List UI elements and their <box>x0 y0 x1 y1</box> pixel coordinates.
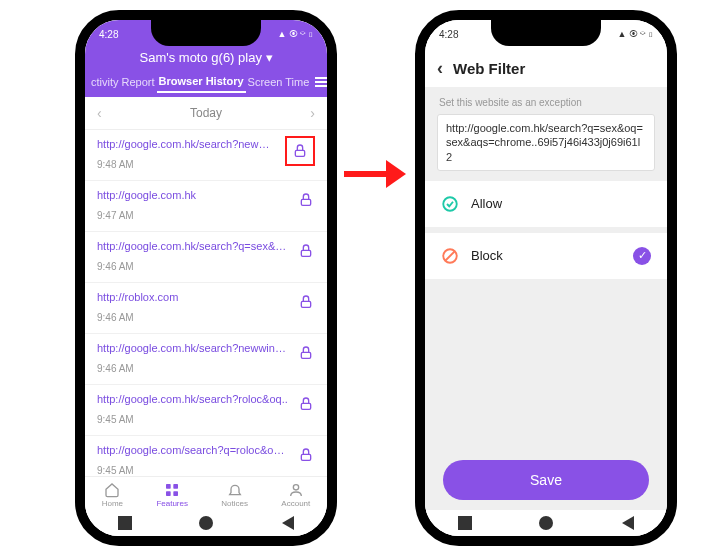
svg-rect-1 <box>301 199 310 205</box>
svg-line-14 <box>446 251 455 260</box>
notch <box>151 18 261 46</box>
nav-features[interactable]: Features <box>156 483 188 508</box>
option-label: Block <box>471 248 503 263</box>
android-nav <box>425 510 667 536</box>
device-selector[interactable]: Sam's moto g(6) play ▾ <box>85 48 327 71</box>
svg-rect-7 <box>166 484 171 489</box>
svg-rect-10 <box>173 491 178 496</box>
arrow-icon <box>344 160 406 188</box>
svg-rect-4 <box>301 352 310 358</box>
day-label: Today <box>190 106 222 120</box>
notch <box>491 18 601 46</box>
web-filter-header: ‹ Web Filter <box>425 48 667 87</box>
android-back-icon[interactable] <box>280 516 294 530</box>
svg-rect-9 <box>166 491 171 496</box>
bottom-nav: Home Features Notices Account <box>85 476 327 510</box>
svg-rect-8 <box>173 484 178 489</box>
svg-rect-3 <box>301 301 310 307</box>
history-url: http://google.com.hk <box>97 189 289 201</box>
svg-rect-6 <box>301 454 310 460</box>
features-icon <box>163 483 181 497</box>
account-icon <box>287 483 305 497</box>
status-icons: ▲ ⦿ ⌔ ▯ <box>618 29 653 39</box>
tab-activity-report[interactable]: ctivity Report <box>89 72 157 92</box>
chevron-left-icon[interactable]: ‹ <box>97 105 102 121</box>
subtitle: Set this website as an exception <box>425 87 667 114</box>
lock-icon[interactable] <box>297 242 315 260</box>
history-time: 9:45 AM <box>97 465 134 476</box>
history-row[interactable]: http://google.com.hk/search?newwindow.. … <box>85 130 327 181</box>
lock-icon[interactable] <box>297 446 315 464</box>
option-label: Allow <box>471 196 502 211</box>
chevron-right-icon[interactable]: › <box>310 105 315 121</box>
history-row[interactable]: http://google.com/search?q=roloc&oq=rol.… <box>85 436 327 476</box>
android-back-icon[interactable] <box>620 516 634 530</box>
lock-icon[interactable] <box>285 136 315 166</box>
history-time: 9:47 AM <box>97 210 134 221</box>
history-list: http://google.com.hk/search?newwindow.. … <box>85 130 327 476</box>
android-home-icon[interactable] <box>199 516 213 530</box>
app-header: Sam's moto g(6) play ▾ ctivity Report Br… <box>85 48 327 97</box>
status-time: 4:28 <box>99 29 118 40</box>
tab-browser-history[interactable]: Browser History <box>157 71 246 93</box>
history-url: http://google.com.hk/search?newwindow.. <box>97 342 289 354</box>
hamburger-icon[interactable] <box>311 73 331 91</box>
option-block[interactable]: Block ✓ <box>425 233 667 279</box>
status-time: 4:28 <box>439 29 458 40</box>
phone-right: 4:28 ▲ ⦿ ⌔ ▯ ‹ Web Filter Set this websi… <box>415 10 677 546</box>
history-url: http://google.com.hk/search?q=sex&oq=s.. <box>97 240 289 252</box>
page-title: Web Filter <box>453 60 525 77</box>
option-allow[interactable]: Allow <box>425 181 667 227</box>
lock-icon[interactable] <box>297 344 315 362</box>
history-url: http://google.com.hk/search?newwindow.. <box>97 138 277 150</box>
history-url: http://google.com/search?q=roloc&oq=rol.… <box>97 444 289 456</box>
android-recent-icon[interactable] <box>458 516 472 530</box>
web-filter-body: Set this website as an exception http://… <box>425 87 667 510</box>
lock-icon[interactable] <box>297 191 315 209</box>
svg-rect-5 <box>301 403 310 409</box>
back-icon[interactable]: ‹ <box>437 58 443 79</box>
history-time: 9:46 AM <box>97 261 134 272</box>
lock-icon[interactable] <box>297 293 315 311</box>
history-url: http://roblox.com <box>97 291 289 303</box>
history-row[interactable]: http://roblox.com 9:46 AM <box>85 283 327 334</box>
block-icon <box>441 247 459 265</box>
svg-point-11 <box>293 485 298 490</box>
check-circle-icon <box>441 195 459 213</box>
selected-badge-icon: ✓ <box>633 247 651 265</box>
nav-home[interactable]: Home <box>102 483 123 508</box>
lock-icon[interactable] <box>297 395 315 413</box>
history-row[interactable]: http://google.com.hk/search?roloc&oq.. 9… <box>85 385 327 436</box>
history-time: 9:46 AM <box>97 363 134 374</box>
history-url: http://google.com.hk/search?roloc&oq.. <box>97 393 289 405</box>
tabs-row: ctivity Report Browser History Screen Ti… <box>85 71 327 93</box>
url-input[interactable]: http://google.com.hk/search?q=sex&oq=sex… <box>437 114 655 171</box>
history-time: 9:45 AM <box>97 414 134 425</box>
android-recent-icon[interactable] <box>118 516 132 530</box>
history-row[interactable]: http://google.com.hk/search?newwindow.. … <box>85 334 327 385</box>
status-icons: ▲ ⦿ ⌔ ▯ <box>278 29 313 39</box>
svg-rect-2 <box>301 250 310 256</box>
history-row[interactable]: http://google.com.hk/search?q=sex&oq=s..… <box>85 232 327 283</box>
history-time: 9:46 AM <box>97 312 134 323</box>
date-picker-bar: ‹ Today › <box>85 97 327 130</box>
home-icon <box>103 483 121 497</box>
nav-notices[interactable]: Notices <box>221 483 248 508</box>
tab-screen-time[interactable]: Screen Time <box>246 72 312 92</box>
save-button[interactable]: Save <box>443 460 649 500</box>
android-nav <box>85 510 327 536</box>
phone-left: 4:28 ▲ ⦿ ⌔ ▯ Sam's moto g(6) play ▾ ctiv… <box>75 10 337 546</box>
nav-account[interactable]: Account <box>281 483 310 508</box>
android-home-icon[interactable] <box>539 516 553 530</box>
history-row[interactable]: http://google.com.hk 9:47 AM <box>85 181 327 232</box>
history-time: 9:48 AM <box>97 159 134 170</box>
bell-icon <box>226 483 244 497</box>
svg-rect-0 <box>295 150 304 156</box>
